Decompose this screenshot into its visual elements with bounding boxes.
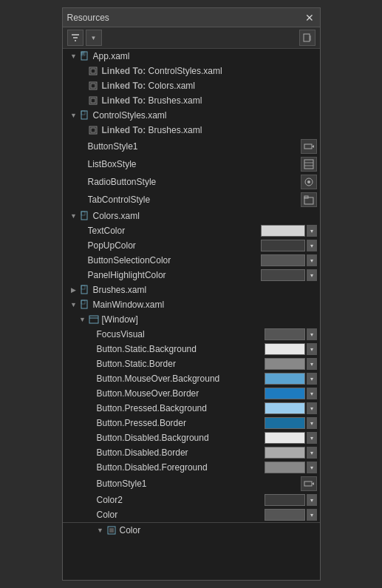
tree-item-linked-colors[interactable]: Linked To: Colors.xaml [63, 78, 320, 93]
tree-item-linked-brushes[interactable]: Linked To: Brushes.xaml [63, 93, 320, 108]
btn-mouseover-border-swatch[interactable] [265, 388, 305, 399]
tree-item-bottom-color[interactable]: ▼ Color [63, 522, 320, 538]
svg-rect-18 [91, 128, 95, 132]
expand-spacer [86, 344, 97, 354]
btn-mouseover-bg-swatch[interactable] [265, 373, 305, 385]
tree-item-buttonstyle1-main[interactable]: ButtonStyle1 [63, 475, 320, 493]
expand-spacer [78, 270, 88, 280]
file-icon4 [79, 284, 91, 296]
expand-spacer [86, 418, 97, 428]
resources-panel: Resources ✕ ▼ [62, 7, 321, 581]
tree-item-colors[interactable]: ▼ Colors.xaml [63, 209, 320, 223]
title-bar: Resources ✕ [63, 8, 320, 27]
color2-swatch[interactable] [265, 494, 305, 506]
add-resource-icon [303, 33, 312, 42]
linked-icon2 [88, 80, 100, 92]
tree-item-app-xaml[interactable]: ▼ App.xaml [63, 49, 320, 64]
expand-icon2: ▼ [69, 110, 79, 121]
popupcolor-dropdown[interactable]: ▾ [307, 240, 317, 251]
focusvisual-dropdown[interactable]: ▾ [307, 328, 317, 340]
btn-pressed-border-swatch[interactable] [265, 417, 305, 429]
btn-pressed-bg-dropdown[interactable]: ▾ [307, 402, 317, 414]
btn-disabled-fg-dropdown[interactable]: ▾ [307, 462, 317, 473]
svg-rect-39 [109, 528, 114, 533]
toolbar-add-button[interactable] [299, 30, 316, 46]
btn-disabled-border-swatch[interactable] [265, 447, 305, 459]
controlstyles-label: ControlStyles.xaml [93, 110, 317, 121]
tree-item-btn-pressed-bg[interactable]: Button.Pressed.Background ▾ [63, 401, 320, 416]
tree-item-textcolor[interactable]: TextColor ▾ [63, 223, 320, 238]
style-icon-buttonstyle1[interactable] [301, 139, 317, 154]
focusvisual-swatch[interactable] [265, 328, 305, 340]
file-icon3 [79, 210, 91, 222]
buttonselectioncolor-swatch[interactable] [261, 254, 305, 266]
btn-static-bg-swatch[interactable] [265, 343, 305, 355]
bottom-color-label: Color [120, 525, 317, 535]
tree-item-linked-brushes2[interactable]: Linked To: Brushes.xaml [63, 123, 320, 138]
style-icon-radiobuttonstyle[interactable] [301, 175, 317, 189]
color-swatch[interactable] [265, 509, 305, 521]
color-dropdown[interactable]: ▾ [307, 509, 317, 521]
tree-item-tabcontrolstyle[interactable]: TabControlStyle [63, 191, 320, 209]
btn-disabled-fg-swatch[interactable] [265, 462, 305, 473]
popupcolor-swatch[interactable] [261, 240, 305, 251]
tree-item-listboxstyle[interactable]: ListBoxStyle [63, 155, 320, 173]
listboxstyle-label: ListBoxStyle [88, 159, 301, 169]
tree-item-buttonstyle1[interactable]: ButtonStyle1 [63, 138, 320, 155]
tree-item-color[interactable]: Color ▾ [63, 507, 320, 522]
style-icon-listboxstyle[interactable] [301, 157, 317, 172]
expand-spacer [86, 403, 97, 413]
btn-disabled-border-label: Button.Disabled.Border [97, 447, 265, 458]
tree-item-window-node[interactable]: ▼ [Window] [63, 312, 320, 327]
btn-pressed-bg-swatch[interactable] [265, 402, 305, 414]
svg-rect-1 [73, 37, 78, 38]
btn-static-border-swatch[interactable] [265, 358, 305, 370]
tree-item-btn-disabled-fg[interactable]: Button.Disabled.Foreground ▾ [63, 460, 320, 475]
btn-static-border-dropdown[interactable]: ▾ [307, 358, 317, 370]
btn-disabled-fg-label: Button.Disabled.Foreground [97, 462, 265, 473]
tree-item-popupcolor[interactable]: PopUpColor ▾ [63, 238, 320, 253]
color2-dropdown[interactable]: ▾ [307, 494, 317, 506]
tree-item-brushes[interactable]: ▶ Brushes.xaml [63, 283, 320, 297]
svg-rect-31 [81, 285, 85, 289]
panelhighlightcolor-swatch[interactable] [261, 269, 305, 281]
mainwindow-label: MainWindow.xaml [93, 300, 317, 310]
tree-item-linked-controlstyles[interactable]: Linked To: ControlStyles.xaml [63, 64, 320, 78]
tree-item-btn-disabled-border[interactable]: Button.Disabled.Border ▾ [63, 445, 320, 460]
btn-mouseover-bg-dropdown[interactable]: ▾ [307, 373, 317, 385]
tree-item-btn-mouseover-bg[interactable]: Button.MouseOver.Background ▾ [63, 371, 320, 386]
buttonselectioncolor-dropdown[interactable]: ▾ [307, 254, 317, 266]
window-icon [88, 314, 100, 325]
tree-item-btn-disabled-bg[interactable]: Button.Disabled.Background ▾ [63, 430, 320, 445]
focusvisual-label: FocusVisual [97, 329, 265, 339]
tree-item-btn-static-bg[interactable]: Button.Static.Background ▾ [63, 342, 320, 356]
btn-mouseover-border-dropdown[interactable]: ▾ [307, 388, 317, 399]
btn-static-bg-dropdown[interactable]: ▾ [307, 343, 317, 355]
tree-item-btn-mouseover-border[interactable]: Button.MouseOver.Border ▾ [63, 386, 320, 401]
tree-item-btn-pressed-border[interactable]: Button.Pressed.Border ▾ [63, 416, 320, 430]
tree-item-focusvisual[interactable]: FocusVisual ▾ [63, 327, 320, 342]
tree-item-controlstyles[interactable]: ▼ ControlStyles.xaml [63, 108, 320, 123]
btn-pressed-border-dropdown[interactable]: ▾ [307, 417, 317, 429]
tree-item-color2[interactable]: Color2 ▾ [63, 493, 320, 507]
file-icon5 [79, 299, 91, 311]
tree-item-panelhighlightcolor[interactable]: PanelHighlightColor ▾ [63, 268, 320, 283]
style-icon-buttonstyle1-main[interactable] [301, 476, 317, 491]
textcolor-dropdown[interactable]: ▾ [307, 225, 317, 237]
svg-rect-14 [91, 98, 95, 103]
tree-item-radiobuttonstyle[interactable]: RadioButtonStyle [63, 173, 320, 191]
btn-disabled-border-dropdown[interactable]: ▾ [307, 447, 317, 459]
toolbar-filter-button[interactable] [67, 30, 83, 46]
brushes-xaml-label: Brushes.xaml [93, 285, 317, 295]
tree-item-buttonselectioncolor[interactable]: ButtonSelectionColor ▾ [63, 253, 320, 268]
tree-item-btn-static-border[interactable]: Button.Static.Border ▾ [63, 356, 320, 371]
btn-disabled-bg-dropdown[interactable]: ▾ [307, 432, 317, 444]
tree-item-mainwindow[interactable]: ▼ MainWindow.xaml [63, 297, 320, 312]
btn-disabled-bg-swatch[interactable] [265, 432, 305, 444]
style-icon-tabcontrol[interactable] [301, 192, 317, 207]
toolbar-dropdown-button[interactable]: ▼ [86, 30, 102, 46]
panelhighlightcolor-dropdown[interactable]: ▾ [307, 269, 317, 281]
svg-rect-32 [81, 300, 87, 308]
close-button[interactable]: ✕ [304, 13, 316, 23]
textcolor-swatch[interactable] [261, 225, 305, 237]
